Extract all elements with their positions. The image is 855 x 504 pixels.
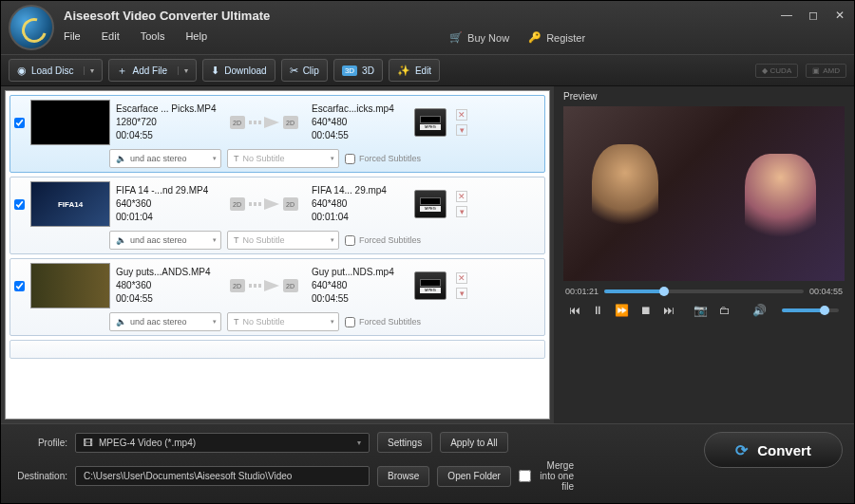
scissors-icon: ✂ (290, 65, 298, 77)
svg-marker-13 (264, 198, 279, 210)
settings-button[interactable]: Settings (377, 432, 432, 453)
svg-text:2D: 2D (233, 201, 241, 208)
item-output-info: Guy put...NDS.mp4 640*480 00:04:55 (312, 266, 408, 306)
svg-rect-12 (258, 202, 261, 206)
apply-all-button[interactable]: Apply to All (440, 432, 507, 453)
minimize-button[interactable]: — (780, 9, 793, 22)
titlebar: Aiseesoft Video Converter Ultimate File … (1, 1, 854, 54)
audio-track-select[interactable]: 🔈und aac stereo (109, 231, 221, 250)
snapshot-folder-button[interactable]: 🗀 (719, 304, 731, 317)
item-thumbnail[interactable] (30, 100, 110, 145)
download-icon: ⬇ (211, 65, 219, 77)
speaker-icon: 🔈 (116, 317, 126, 327)
svg-text:2D: 2D (286, 120, 294, 126)
svg-rect-2 (249, 121, 252, 124)
amd-icon: ▣ (812, 66, 820, 75)
svg-text:2D: 2D (233, 283, 241, 289)
fast-forward-button[interactable]: ⏩ (615, 304, 629, 317)
open-folder-button[interactable]: Open Folder (437, 466, 511, 487)
load-disc-button[interactable]: ◉Load Disc (9, 59, 103, 82)
volume-icon[interactable]: 🔊 (752, 304, 767, 317)
cart-icon: 🛒 (449, 31, 463, 44)
preview-video[interactable] (563, 106, 845, 281)
maximize-button[interactable]: ◻ (807, 9, 820, 22)
download-button[interactable]: ⬇Download (202, 59, 275, 82)
subtitle-select[interactable]: TNo Subtitle (227, 231, 339, 250)
menu-help[interactable]: Help (185, 30, 207, 42)
bottom-panel: Profile: 🎞MPEG-4 Video (*.mp4) Settings … (1, 423, 854, 503)
list-item[interactable]: FIFA14 FIFA 14 -...nd 29.MP4 640*360 00:… (10, 177, 545, 254)
item-expand-icon[interactable]: ▾ (456, 206, 467, 217)
list-item[interactable]: Escarface ... Picks.MP4 1280*720 00:04:5… (10, 95, 545, 173)
clip-button[interactable]: ✂Clip (281, 59, 328, 82)
seek-slider[interactable] (604, 289, 804, 293)
nvidia-icon: ◆ (762, 66, 768, 75)
svg-rect-11 (254, 202, 256, 206)
snapshot-button[interactable]: 📷 (694, 304, 708, 317)
audio-track-select[interactable]: 🔈und aac stereo (109, 149, 221, 168)
pause-button[interactable]: ⏸ (592, 304, 603, 317)
app-window: Aiseesoft Video Converter Ultimate File … (0, 0, 855, 504)
item-expand-icon[interactable]: ▾ (456, 124, 467, 136)
svg-text:2D: 2D (286, 201, 294, 208)
output-format-chip[interactable]: MPEG (414, 108, 446, 137)
register-link[interactable]: 🔑Register (528, 31, 585, 44)
forced-subtitles-checkbox[interactable]: Forced Subtitles (345, 235, 421, 246)
prev-button[interactable]: ⏮ (569, 304, 580, 317)
svg-rect-3 (254, 121, 256, 124)
subtitle-select[interactable]: TNo Subtitle (227, 149, 339, 168)
preview-pane: Preview 00:01:21 00:04:55 ⏮ ⏸ ⏩ ⏹ ⏭ 📷 🗀 … (554, 86, 854, 423)
svg-rect-10 (249, 202, 252, 206)
file-list-scroll[interactable]: Escarface ... Picks.MP4 1280*720 00:04:5… (5, 90, 550, 420)
amd-badge: ▣AMD (806, 64, 846, 78)
edit-button[interactable]: ✨Edit (389, 59, 440, 82)
item-checkbox[interactable] (14, 281, 25, 291)
volume-slider[interactable] (782, 308, 839, 312)
list-item[interactable] (10, 340, 545, 359)
convert-button[interactable]: ⟳Convert (704, 432, 843, 468)
list-item[interactable]: Guy puts...ANDS.MP4 480*360 00:04:55 2D2… (10, 258, 545, 336)
destination-input[interactable]: C:\Users\User\Documents\Aiseesoft Studio… (75, 466, 370, 486)
forced-subtitles-checkbox[interactable]: Forced Subtitles (345, 317, 421, 327)
svg-rect-18 (249, 284, 252, 288)
svg-rect-19 (254, 284, 256, 288)
subtitle-select[interactable]: TNo Subtitle (227, 312, 339, 331)
item-expand-icon[interactable]: ▾ (456, 288, 467, 299)
next-button[interactable]: ⏭ (663, 304, 674, 317)
item-thumbnail[interactable]: FIFA14 (30, 181, 110, 227)
time-current: 00:01:21 (565, 287, 598, 296)
browse-button[interactable]: Browse (377, 466, 429, 487)
preview-label: Preview (554, 86, 854, 106)
3d-button[interactable]: 3D3D (333, 59, 383, 82)
svg-marker-21 (264, 280, 279, 291)
audio-track-select[interactable]: 🔈und aac stereo (109, 312, 221, 331)
item-checkbox[interactable] (14, 199, 25, 210)
output-format-chip[interactable]: MPEG (414, 190, 446, 218)
item-remove-icon[interactable]: ✕ (456, 109, 467, 121)
stop-button[interactable]: ⏹ (640, 304, 652, 317)
refresh-icon: ⟳ (735, 441, 748, 459)
output-format-chip[interactable]: MPEG (414, 271, 446, 300)
menu-edit[interactable]: Edit (102, 30, 120, 42)
forced-subtitles-checkbox[interactable]: Forced Subtitles (345, 154, 421, 164)
video-content (745, 154, 816, 249)
menu-file[interactable]: File (64, 30, 81, 42)
text-icon: T (234, 235, 239, 245)
conversion-arrow-icon: 2D2D (228, 109, 306, 136)
profile-select[interactable]: 🎞MPEG-4 Video (*.mp4) (75, 433, 370, 453)
menu-tools[interactable]: Tools (141, 30, 165, 42)
item-output-info: Escarfac...icks.mp4 640*480 00:04:55 (312, 103, 408, 142)
text-icon: T (234, 317, 239, 327)
item-checkbox[interactable] (14, 118, 25, 128)
svg-text:2D: 2D (233, 120, 241, 126)
video-content (592, 144, 658, 239)
app-title: Aiseesoft Video Converter Ultimate (64, 9, 270, 23)
item-thumbnail[interactable] (30, 263, 110, 308)
add-file-button[interactable]: ＋Add File (108, 59, 197, 82)
merge-checkbox[interactable]: Merge into one file (519, 460, 574, 492)
buy-now-link[interactable]: 🛒Buy Now (449, 31, 509, 44)
item-remove-icon[interactable]: ✕ (456, 272, 467, 284)
item-source-info: FIFA 14 -...nd 29.MP4 640*360 00:01:04 (116, 184, 222, 224)
item-remove-icon[interactable]: ✕ (456, 191, 467, 202)
close-button[interactable]: ✕ (833, 9, 846, 22)
